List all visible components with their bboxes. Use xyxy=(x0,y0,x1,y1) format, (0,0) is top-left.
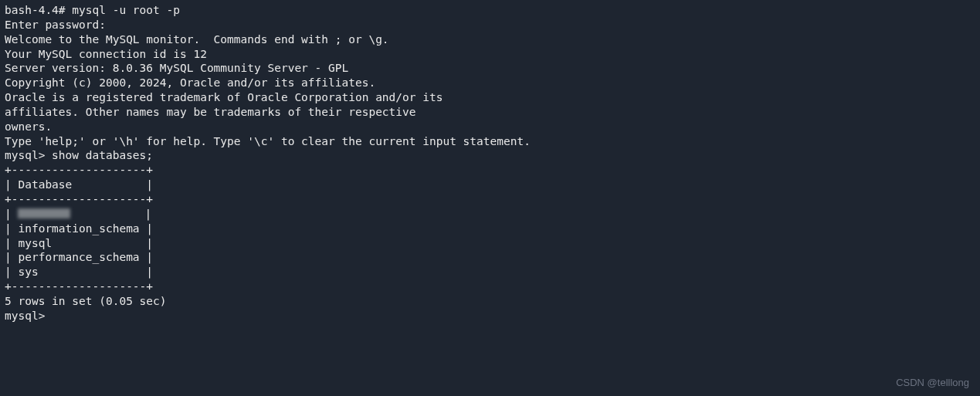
redacted-database-name: xxxxxxx xyxy=(18,208,70,218)
terminal-line: Copyright (c) 2000, 2024, Oracle and/or … xyxy=(5,76,975,90)
table-row: | information_schema | xyxy=(5,222,975,236)
terminal-line: Welcome to the MySQL monitor. Commands e… xyxy=(5,32,975,47)
terminal-line: owners. xyxy=(5,120,975,134)
table-header: | Database | xyxy=(5,178,975,192)
terminal-line: Type 'help;' or '\h' for help. Type '\c'… xyxy=(5,134,975,149)
table-row: | sys | xyxy=(5,265,975,279)
table-border: +--------------------+ xyxy=(5,279,975,294)
watermark: CSDN @telllong xyxy=(896,377,969,390)
row-prefix: | xyxy=(5,207,18,222)
terminal-line: Server version: 8.0.36 MySQL Community S… xyxy=(5,61,975,76)
table-row: | performance_schema | xyxy=(5,250,975,265)
terminal-output[interactable]: bash-4.4# mysql -u root -p Enter passwor… xyxy=(5,3,975,323)
table-row: | mysql | xyxy=(5,236,975,251)
table-border: +--------------------+ xyxy=(5,163,975,178)
terminal-line: bash-4.4# mysql -u root -p xyxy=(5,3,975,18)
terminal-line: mysql> show databases; xyxy=(5,148,975,163)
terminal-line: Your MySQL connection id is 12 xyxy=(5,47,975,62)
terminal-line: Enter password: xyxy=(5,18,975,32)
table-border: +--------------------+ xyxy=(5,192,975,207)
terminal-line: Oracle is a registered trademark of Orac… xyxy=(5,90,975,105)
mysql-prompt: mysql> xyxy=(5,309,975,323)
table-row-blurred: | xxxxxxx | xyxy=(5,207,975,222)
result-summary: 5 rows in set (0.05 sec) xyxy=(5,294,975,309)
terminal-line: affiliates. Other names may be trademark… xyxy=(5,105,975,120)
row-suffix: | xyxy=(70,207,151,222)
